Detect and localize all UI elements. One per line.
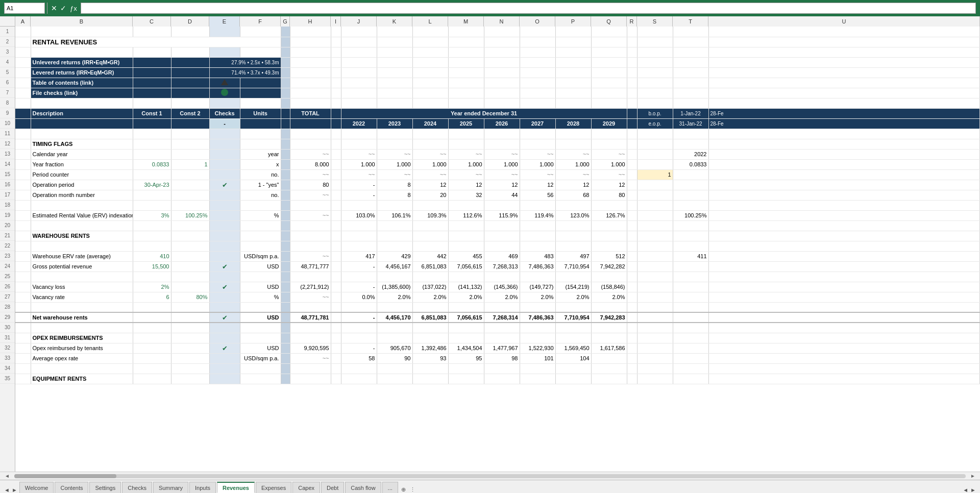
confirm-icon[interactable]: ✓: [60, 4, 66, 12]
tab-expenses[interactable]: Expenses: [256, 482, 291, 493]
calendar-year-units: year: [240, 149, 281, 159]
operation-period-total: 80: [290, 180, 331, 190]
net-warehouse-units: USD: [240, 312, 281, 323]
row-num-25: 25: [0, 272, 15, 282]
tab-settings[interactable]: Settings: [89, 482, 121, 493]
year-fraction-units: x: [240, 159, 281, 169]
row-num-16: 16: [0, 180, 15, 190]
row-24: Gross potential revenue 15,500 ✔ USD 48,…: [15, 261, 980, 272]
col-header-f[interactable]: F: [240, 16, 281, 27]
col-header-k[interactable]: K: [377, 16, 412, 27]
year-2023: 2023: [377, 118, 412, 129]
col-header-a[interactable]: A: [15, 16, 31, 27]
add-sheet-btn[interactable]: ⊕: [401, 486, 406, 493]
row-22: [15, 241, 980, 251]
row-num-10: 10: [0, 118, 15, 129]
row-4: Unlevered returns (IRR•EqM•GR) 27.9% • 2…: [15, 57, 980, 67]
tab-revenues[interactable]: Revenues: [217, 482, 255, 493]
warehouse-erv-c: 410: [133, 251, 171, 261]
cell-reference-box[interactable]: [4, 3, 45, 14]
tab-left-arrow[interactable]: ◄: [4, 487, 10, 493]
row-13: Calendar year year ~~ ~~ ~~ ~~ ~~ ~~ ~~ …: [15, 149, 980, 159]
scroll-left-btn[interactable]: ◄: [2, 473, 12, 479]
vacancy-rate-label: Vacancy rate: [31, 292, 133, 302]
operation-month-label: Operation month number: [31, 190, 133, 200]
net-warehouse-label: Net warehouse rents: [31, 312, 133, 323]
row-num-3: 3: [0, 47, 15, 57]
levered-value: 71.4% • 3.7x • 49.3m: [209, 67, 281, 78]
row-num-4: 4: [0, 57, 15, 67]
operation-month-total: ~~: [290, 190, 331, 200]
col-header-u[interactable]: U: [708, 16, 980, 27]
row-21: WAREHOUSE RENTS: [15, 231, 980, 241]
row-num-22: 22: [0, 241, 15, 251]
tab-welcome[interactable]: Welcome: [19, 482, 54, 493]
row-5: Levered returns (IRR•EqM•GR) 71.4% • 3.7…: [15, 67, 980, 78]
row-num-14: 14: [0, 159, 15, 169]
row-num-31: 31: [0, 333, 15, 343]
col-header-c[interactable]: C: [133, 16, 171, 27]
col-header-h[interactable]: H: [290, 16, 331, 27]
eop-date-header: 31-Jan-22: [673, 118, 708, 129]
opex-tenants-label: Opex reimbursed by tenants: [31, 343, 133, 353]
calendar-year-total: ~~: [290, 149, 331, 159]
col-header-g[interactable]: G: [281, 16, 290, 27]
row-29: Net warehouse rents ✔ USD 48,771,781 - 4…: [15, 312, 980, 323]
col-header-s[interactable]: S: [637, 16, 673, 27]
tab-contents[interactable]: Contents: [55, 482, 88, 493]
row-num-23: 23: [0, 251, 15, 261]
col-header-e[interactable]: E: [209, 16, 240, 27]
cancel-icon[interactable]: ✕: [51, 4, 57, 12]
period-counter-s: 1: [637, 169, 673, 180]
formula-input[interactable]: [81, 3, 976, 14]
net-warehouse-total: 48,771,781: [290, 312, 331, 323]
tab-summary[interactable]: Summary: [153, 482, 188, 493]
col-header-d[interactable]: D: [171, 16, 209, 27]
gross-potential-check: ✔: [209, 261, 240, 272]
sheet-nav-dots[interactable]: ⋮: [410, 486, 415, 493]
year-2029: 2029: [591, 118, 627, 129]
col-header-t[interactable]: T: [673, 16, 708, 27]
equipment-rents-label: EQUIPMENT RENTS: [31, 374, 133, 384]
gross-potential-c: 15,500: [133, 261, 171, 272]
scroll-right-btn[interactable]: ►: [968, 473, 978, 479]
row-num-15: 15: [0, 169, 15, 180]
col-header-r[interactable]: R: [627, 16, 637, 27]
opex-tenants-total: 9,920,595: [290, 343, 331, 353]
col-header-n[interactable]: N: [484, 16, 520, 27]
erv-label: Estimated Rental Value (ERV) indexation: [31, 210, 133, 220]
scrollbar-thumb[interactable]: [14, 474, 116, 478]
warehouse-erv-units: USD/sqm p.a.: [240, 251, 281, 261]
row-17: Operation month number no. ~~ - 8 20 32 …: [15, 190, 980, 200]
row-numbers: 1 2 3 4 5 6 7 8 9 10 11 12 13 14 15 16 1…: [0, 27, 15, 472]
horizontal-scrollbar[interactable]: ◄ ►: [0, 472, 980, 480]
period-counter-label: Period counter: [31, 169, 133, 180]
tab-more[interactable]: ...: [382, 482, 398, 493]
checks-dash: -: [209, 118, 240, 129]
row-1: [15, 27, 980, 37]
col-header-b[interactable]: B: [31, 16, 133, 27]
tab-cashflow[interactable]: Cash flow: [345, 482, 381, 493]
col-header-o[interactable]: O: [520, 16, 555, 27]
col-header-l[interactable]: L: [412, 16, 448, 27]
sheet-scroll-left[interactable]: ◄: [963, 487, 968, 493]
tab-debt[interactable]: Debt: [321, 482, 344, 493]
tab-inputs[interactable]: Inputs: [189, 482, 216, 493]
function-icon[interactable]: ƒx: [70, 5, 77, 12]
col-header-p[interactable]: P: [555, 16, 591, 27]
tab-checks[interactable]: Checks: [122, 482, 152, 493]
row-num-29: 29: [0, 312, 15, 323]
col-header-j[interactable]: J: [341, 16, 377, 27]
col-header-q[interactable]: Q: [591, 16, 627, 27]
row-num-35: 35: [0, 374, 15, 384]
col-header-m[interactable]: M: [448, 16, 484, 27]
tab-right-arrow[interactable]: ►: [12, 487, 17, 493]
row-num-30: 30: [0, 323, 15, 333]
operation-period-units: 1 - "yes": [240, 180, 281, 190]
col-header-i[interactable]: I: [331, 16, 341, 27]
period-counter-units: no.: [240, 169, 281, 180]
tab-capex[interactable]: Capex: [292, 482, 320, 493]
vacancy-rate-c: 6: [133, 292, 171, 302]
sheet-scroll-right[interactable]: ►: [970, 487, 976, 493]
warehouse-rents-label: WAREHOUSE RENTS: [31, 231, 133, 241]
